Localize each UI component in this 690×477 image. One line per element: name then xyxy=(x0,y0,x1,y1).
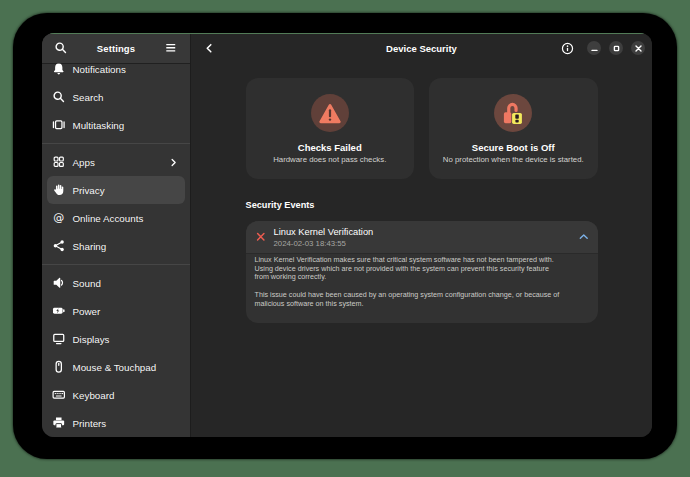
speaker-icon xyxy=(52,276,66,290)
sidebar-separator xyxy=(42,260,190,269)
minimize-button[interactable] xyxy=(587,41,601,55)
maximize-button[interactable] xyxy=(609,41,623,55)
back-button[interactable] xyxy=(199,38,219,58)
sidebar-item-label: Mouse & Touchpad xyxy=(73,362,182,373)
close-icon xyxy=(634,44,643,53)
sidebar-item-multitasking[interactable]: Multitasking xyxy=(47,111,185,139)
device-security-page: Checks Failed Hardware does not pass che… xyxy=(191,63,652,437)
sidebar-item-label: Printers xyxy=(73,418,182,429)
close-button[interactable] xyxy=(631,41,645,55)
sidebar-title: Settings xyxy=(70,43,162,54)
sidebar-item-label: Notifications xyxy=(73,64,182,75)
card-subtitle: Hardware does not pass checks. xyxy=(273,155,386,164)
apps-grid-icon xyxy=(52,155,66,169)
sidebar-item-search[interactable]: Search xyxy=(47,83,185,111)
warning-triangle-icon xyxy=(319,103,341,124)
card-subtitle: No protection when the device is started… xyxy=(443,155,584,164)
sidebar-item-printers[interactable]: Printers xyxy=(47,409,185,437)
sidebar-item-label: Sharing xyxy=(73,241,182,252)
search-icon xyxy=(52,90,66,104)
chevron-right-icon xyxy=(168,157,179,168)
sidebar-item-apps[interactable]: Apps xyxy=(47,148,185,176)
sidebar-item-notifications[interactable]: Notifications xyxy=(47,63,185,83)
printer-icon xyxy=(52,416,66,430)
sidebar-headerbar: Settings xyxy=(42,33,190,63)
sidebar-item-label: Multitasking xyxy=(73,120,182,131)
keyboard-icon xyxy=(52,388,66,402)
sidebar-item-sound[interactable]: Sound xyxy=(47,269,185,297)
sidebar-item-displays[interactable]: Displays xyxy=(47,325,185,353)
sidebar-item-label: Sound xyxy=(73,278,182,289)
chevron-up-icon xyxy=(578,231,590,243)
battery-icon xyxy=(52,304,66,318)
lock-open-warning-icon xyxy=(501,101,525,125)
sidebar-separator xyxy=(42,139,190,148)
security-event-card: Linux Kernel Verification 2024-02-03 18:… xyxy=(246,221,598,323)
chevron-left-icon xyxy=(203,42,216,55)
sidebar-item-label: Apps xyxy=(73,157,162,168)
sidebar-item-power[interactable]: Power xyxy=(47,297,185,325)
share-icon xyxy=(52,239,66,253)
multitasking-icon xyxy=(52,118,66,132)
sidebar-item-label: Online Accounts xyxy=(73,213,182,224)
card-title: Checks Failed xyxy=(298,142,362,153)
hamburger-menu-icon xyxy=(164,41,178,55)
svg-text:@: @ xyxy=(53,211,64,224)
sidebar-item-label: Search xyxy=(73,92,182,103)
settings-window: Settings Notifications Search Multitaski… xyxy=(42,33,652,437)
monitor-icon xyxy=(52,332,66,346)
hand-icon xyxy=(52,183,66,197)
event-description: Linux Kernel Verification makes sure tha… xyxy=(246,254,598,323)
sidebar-item-privacy[interactable]: Privacy xyxy=(47,176,185,204)
search-icon xyxy=(54,41,68,55)
secure-boot-card: Secure Boot is Off No protection when th… xyxy=(429,78,598,179)
status-cards: Checks Failed Hardware does not pass che… xyxy=(246,78,598,179)
sidebar-item-mouse-touchpad[interactable]: Mouse & Touchpad xyxy=(47,353,185,381)
sidebar-item-label: Displays xyxy=(73,334,182,345)
sidebar-item-keyboard[interactable]: Keyboard xyxy=(47,381,185,409)
minimize-icon xyxy=(590,44,599,53)
event-title: Linux Kernel Verification xyxy=(274,227,571,238)
event-description-paragraph: Linux Kernel Verification makes sure tha… xyxy=(255,256,589,282)
bell-icon xyxy=(52,63,66,76)
event-timestamp: 2024-02-03 18:43:55 xyxy=(274,239,571,248)
card-title: Secure Boot is Off xyxy=(472,142,555,153)
sidebar-item-sharing[interactable]: Sharing xyxy=(47,232,185,260)
security-events-heading: Security Events xyxy=(246,200,598,211)
search-button[interactable] xyxy=(52,39,70,57)
main-menu-button[interactable] xyxy=(162,39,180,57)
info-button[interactable] xyxy=(558,39,576,57)
sidebar-item-online-accounts[interactable]: @ Online Accounts xyxy=(47,204,185,232)
warning-circle xyxy=(311,94,349,132)
error-x-icon xyxy=(256,232,266,242)
security-event-row[interactable]: Linux Kernel Verification 2024-02-03 18:… xyxy=(246,221,598,254)
event-description-paragraph: This issue could have been caused by an … xyxy=(255,291,589,308)
secure-boot-circle xyxy=(494,94,532,132)
main-pane: Device Security xyxy=(190,33,652,437)
sidebar-item-label: Power xyxy=(73,306,182,317)
info-icon xyxy=(561,42,574,55)
checks-failed-card: Checks Failed Hardware does not pass che… xyxy=(246,78,415,179)
at-symbol-icon: @ xyxy=(52,211,66,225)
maximize-icon xyxy=(612,44,621,53)
sidebar-item-label: Privacy xyxy=(73,185,182,196)
main-headerbar: Device Security xyxy=(191,33,652,63)
collapse-button[interactable] xyxy=(577,230,591,244)
mouse-icon xyxy=(52,360,66,374)
sidebar: Settings Notifications Search Multitaski… xyxy=(42,33,190,437)
sidebar-item-label: Keyboard xyxy=(73,390,182,401)
sidebar-list: Notifications Search Multitasking Apps xyxy=(42,63,190,437)
